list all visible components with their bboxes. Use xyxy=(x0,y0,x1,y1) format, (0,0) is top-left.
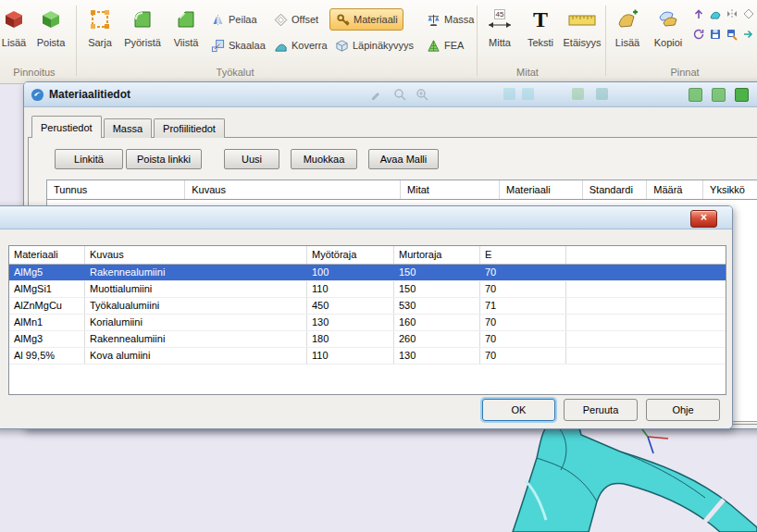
cell xyxy=(566,281,726,297)
pattern-series-icon xyxy=(86,6,114,33)
column-header-tunnus[interactable]: Tunnus xyxy=(47,180,185,199)
new-button[interactable]: Uusi xyxy=(224,149,279,169)
ribbon-button-koverra[interactable]: Koverra xyxy=(268,35,332,56)
rotate-icon[interactable] xyxy=(692,28,705,41)
cell: 70 xyxy=(480,348,566,364)
ghost-toolbar-icon xyxy=(522,88,534,100)
chamfer-icon xyxy=(172,6,200,33)
cell: AlMg5 xyxy=(9,265,85,280)
column-header-e[interactable]: E xyxy=(480,246,566,264)
ghost-toolbar-icon xyxy=(503,88,515,100)
column-header-standardi[interactable]: Standardi xyxy=(583,180,648,199)
remove-link-button[interactable]: Poista linkki xyxy=(126,149,202,169)
cell: 130 xyxy=(307,315,394,330)
hollow-icon xyxy=(273,38,288,53)
cell: Korialumiini xyxy=(85,315,307,330)
pen-icon xyxy=(369,88,382,101)
ribbon-button-materiaali[interactable]: Materiaali xyxy=(329,8,403,31)
ribbon-button-pyorista[interactable]: Pyöristä xyxy=(120,3,165,58)
ghost-toolbar-icon xyxy=(712,88,726,102)
ribbon-button-offset[interactable]: Offset xyxy=(268,9,323,30)
material-picker-dialog: × Materiaali Kuvaus Myötöraja Murtoraja … xyxy=(0,205,733,429)
ribbon-button-mitta[interactable]: 45 Mitta xyxy=(479,3,520,58)
cell xyxy=(566,298,726,314)
cancel-button[interactable]: Peruuta xyxy=(564,399,638,421)
material-row[interactable]: AlMn1 Korialumiini 130 160 70 xyxy=(9,315,726,331)
cell xyxy=(566,331,726,347)
surface-flip-icon[interactable] xyxy=(726,7,738,20)
ghost-toolbar-icon xyxy=(689,88,702,102)
group-label-mitat: Mitat xyxy=(502,67,553,78)
surface-up-icon[interactable] xyxy=(692,7,705,20)
material-row[interactable]: AlZnMgCu Työkalualumiini 450 530 71 xyxy=(9,298,726,315)
surface-patch-icon[interactable] xyxy=(709,7,722,20)
ribbon-button-viista[interactable]: Viistä xyxy=(167,3,205,58)
scale-icon xyxy=(210,38,225,53)
ribbon-button-etaisyys[interactable]: Etäisyys xyxy=(561,3,603,58)
export-arrow-icon[interactable] xyxy=(742,28,755,41)
add-surface-icon xyxy=(614,6,641,33)
ghost-toolbar-icon xyxy=(572,88,584,100)
cell: 70 xyxy=(480,315,566,330)
tab-perustiedot[interactable]: Perustiedot xyxy=(31,116,102,138)
cell: Rakennealumiini xyxy=(85,331,307,347)
column-header-mitat[interactable]: Mitat xyxy=(401,180,500,199)
app-window: Pinnoitus Työkalut Mitat Pinnat Lisää Po… xyxy=(0,0,757,532)
column-header-materiaali[interactable]: Materiaali xyxy=(9,246,85,264)
ribbon-button-teksti[interactable]: T Teksti xyxy=(522,3,559,58)
save-icon[interactable] xyxy=(709,28,722,41)
ribbon-button-peilaa[interactable]: Peilaa xyxy=(205,9,262,30)
cad-model[interactable] xyxy=(472,416,757,532)
ribbon-button-lapinakyvyys[interactable]: Läpinäkyvyys xyxy=(329,35,418,56)
ghost-toolbar-icon xyxy=(596,88,608,100)
magnifier-icon xyxy=(393,88,406,101)
tab-profiilitiedot[interactable]: Profiilitiedot xyxy=(154,118,225,138)
column-header-maara[interactable]: Määrä xyxy=(647,180,703,199)
column-header-kuvaus[interactable]: Kuvaus xyxy=(185,180,401,199)
column-header-murtoraja[interactable]: Murtoraja xyxy=(394,246,480,264)
ribbon-button-kopioi[interactable]: Kopioi xyxy=(648,3,689,58)
open-model-button[interactable]: Avaa Malli xyxy=(368,149,439,169)
surface-diamond-icon[interactable] xyxy=(742,7,755,20)
materials-dialog-titlebar[interactable]: Materiaalitiedot xyxy=(24,82,757,107)
ok-button[interactable]: OK xyxy=(482,399,555,421)
cell: 70 xyxy=(480,331,566,347)
ribbon-button-sarja[interactable]: Sarja xyxy=(80,3,120,58)
material-key-icon xyxy=(335,12,350,27)
edit-button[interactable]: Muokkaa xyxy=(291,149,357,169)
column-header-kuvaus[interactable]: Kuvaus xyxy=(85,246,307,264)
ribbon-button-fea[interactable]: FEA xyxy=(421,35,468,56)
fea-mesh-icon xyxy=(426,38,441,53)
material-row[interactable]: Al 99,5% Kova alumiini 110 130 70 xyxy=(9,348,726,365)
cell: 260 xyxy=(394,331,480,347)
material-row[interactable]: AlMg3 Rakennealumiini 180 260 70 xyxy=(9,331,726,348)
help-button[interactable]: Ohje xyxy=(646,399,720,421)
group-label-pinnat: Pinnat xyxy=(659,67,711,78)
text-icon: T xyxy=(527,6,554,33)
mirror-icon xyxy=(210,12,225,27)
cell xyxy=(566,315,726,330)
ribbon-button-massa[interactable]: Massa xyxy=(421,9,478,30)
offset-icon xyxy=(273,12,288,27)
material-row[interactable]: AlMgSi1 Muottialumiini 110 150 70 xyxy=(9,281,726,298)
cell: AlZnMgCu xyxy=(9,298,85,314)
column-header-yksikko[interactable]: Yksikkö xyxy=(703,180,757,199)
ribbon-button-lisaa-pinta[interactable]: Lisää xyxy=(609,3,646,58)
column-header-materiaali[interactable]: Materiaali xyxy=(500,180,583,199)
transparency-cube-icon xyxy=(334,38,349,53)
cell: Muottialumiini xyxy=(85,281,307,297)
save-as-icon[interactable] xyxy=(726,28,738,41)
column-header-myotoraja[interactable]: Myötöraja xyxy=(307,246,394,264)
link-button[interactable]: Linkitä xyxy=(55,149,123,169)
ribbon-button-skaalaa[interactable]: Skaalaa xyxy=(205,35,270,56)
tab-massa[interactable]: Massa xyxy=(104,118,152,138)
cell: 450 xyxy=(307,298,394,314)
close-button[interactable]: × xyxy=(690,210,717,228)
cell: Kova alumiini xyxy=(85,348,307,364)
fillet-icon xyxy=(129,6,156,33)
material-row-selected[interactable]: AlMg5 Rakennealumiini 100 150 70 xyxy=(9,265,726,281)
ribbon-button-poista[interactable]: Poista xyxy=(30,3,72,58)
column-header-filler xyxy=(566,246,726,264)
cell: Työkalualumiini xyxy=(85,298,307,314)
picker-titlebar[interactable]: × xyxy=(0,206,732,229)
